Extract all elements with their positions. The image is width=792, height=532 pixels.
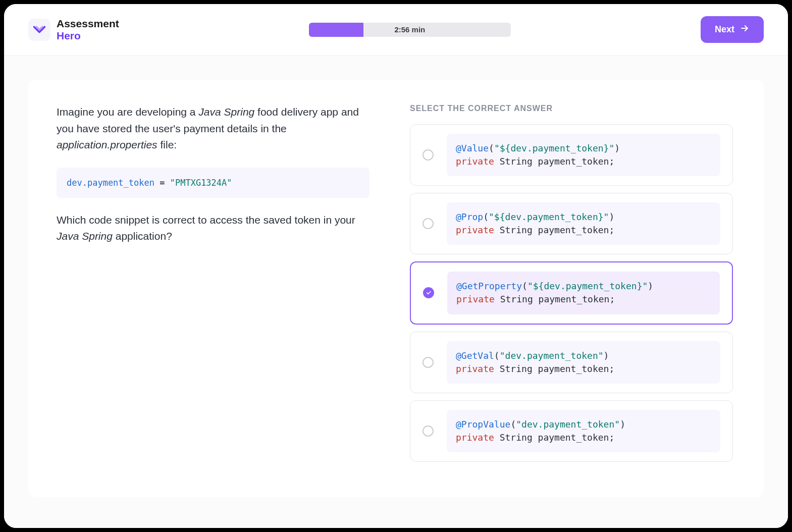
question-code-block: dev.payment_token = "PMTXG1324A" bbox=[57, 168, 369, 198]
logo-text: Assessment Hero bbox=[57, 18, 119, 41]
answer-code-block: @Value("${dev.payment_token}")private St… bbox=[447, 134, 720, 176]
answer-code-block: @GetProperty("${dev.payment_token}")priv… bbox=[447, 272, 720, 314]
answer-code-block: @GetVal("dev.payment_token")private Stri… bbox=[447, 341, 720, 384]
answer-option[interactable]: @Value("${dev.payment_token}")private St… bbox=[410, 124, 733, 186]
radio-unselected-icon bbox=[423, 425, 434, 437]
content-area: Imagine you are developing a Java Spring… bbox=[4, 56, 788, 528]
answer-option[interactable]: @GetProperty("${dev.payment_token}")priv… bbox=[410, 261, 733, 324]
brand-line-2: Hero bbox=[57, 30, 119, 41]
radio-unselected-icon bbox=[423, 149, 434, 161]
answer-code-block: @Prop("${dev.payment_token}")private Str… bbox=[447, 202, 720, 245]
question-card: Imagine you are developing a Java Spring… bbox=[28, 80, 764, 497]
timer-label: 2:56 min bbox=[309, 25, 511, 34]
logo: Assessment Hero bbox=[28, 18, 119, 41]
answers-title: SELECT THE CORRECT ANSWER bbox=[410, 104, 733, 113]
radio-unselected-icon bbox=[423, 218, 434, 229]
header: Assessment Hero 2:56 min Next bbox=[4, 4, 788, 56]
answer-option[interactable]: @GetVal("dev.payment_token")private Stri… bbox=[410, 332, 733, 393]
question-paragraph-1: Imagine you are developing a Java Spring… bbox=[57, 104, 369, 153]
app-frame: Assessment Hero 2:56 min Next Imagine yo… bbox=[4, 4, 788, 528]
next-button-label: Next bbox=[715, 24, 734, 35]
answer-option[interactable]: @Prop("${dev.payment_token}")private Str… bbox=[410, 193, 733, 254]
radio-selected-icon bbox=[423, 287, 434, 298]
radio-unselected-icon bbox=[423, 357, 434, 368]
timer-progress: 2:56 min bbox=[309, 23, 511, 37]
next-button[interactable]: Next bbox=[701, 16, 764, 43]
question-column: Imagine you are developing a Java Spring… bbox=[57, 104, 369, 469]
answers-column: SELECT THE CORRECT ANSWER @Value("${dev.… bbox=[410, 104, 733, 469]
brand-line-1: Assessment bbox=[57, 18, 119, 29]
question-paragraph-2: Which code snippet is correct to access … bbox=[57, 212, 369, 245]
logo-icon bbox=[28, 19, 50, 41]
answer-option[interactable]: @PropValue("dev.payment_token")private S… bbox=[410, 400, 733, 462]
answer-code-block: @PropValue("dev.payment_token")private S… bbox=[447, 410, 720, 452]
arrow-right-icon bbox=[740, 23, 750, 36]
